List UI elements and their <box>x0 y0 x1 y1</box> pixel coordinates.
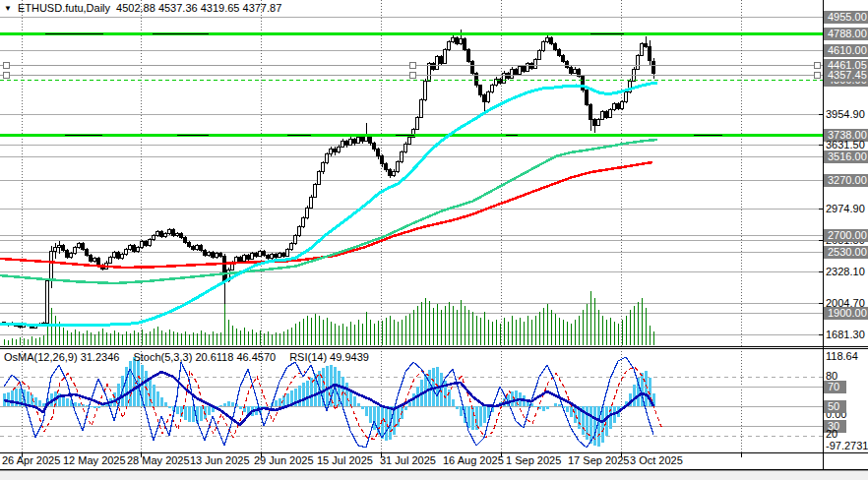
candle-body <box>141 242 144 248</box>
candle-body <box>314 184 317 197</box>
candle-body <box>550 38 553 44</box>
candle-body <box>66 250 69 257</box>
candle-body <box>345 141 348 145</box>
candle-body <box>117 252 120 258</box>
candle-body <box>483 95 486 102</box>
candle-body <box>153 236 155 240</box>
date-label: 3 Oct 2025 <box>630 454 683 466</box>
candle-body <box>219 253 222 256</box>
price-label: 2328.10 <box>826 266 865 278</box>
candle-body <box>294 236 297 244</box>
window-bottom-strip <box>0 470 868 480</box>
candle-body <box>373 143 376 149</box>
candle-body <box>416 118 419 130</box>
candle-body <box>491 86 494 92</box>
candle-body <box>70 253 73 257</box>
candle-body <box>338 147 341 152</box>
date-label: 13 Jun 2025 <box>190 454 250 466</box>
line-handle[interactable] <box>814 72 820 78</box>
candle-body <box>90 255 93 261</box>
candle-body <box>452 38 455 42</box>
candle-body <box>239 257 242 261</box>
date-label: 16 Aug 2025 <box>443 454 504 466</box>
line-handle[interactable] <box>3 72 9 78</box>
candle-body <box>267 255 270 258</box>
candle-body <box>78 244 81 248</box>
candle-body <box>255 253 258 256</box>
candle-body <box>62 246 65 251</box>
candle-body <box>625 92 628 102</box>
candle-body <box>523 66 526 71</box>
stoch-label: Stoch(5,3,3) 20.6118 46.4570 <box>133 351 276 363</box>
candle-body <box>471 61 474 73</box>
candle-body <box>428 63 431 81</box>
price-label: 4610.00 <box>824 44 868 57</box>
rsi-label: RSI(14) 49.9439 <box>289 351 369 363</box>
candle-body <box>330 149 333 154</box>
chart-canvas[interactable] <box>0 0 868 480</box>
candle-body <box>381 156 384 164</box>
price-label: 4955.00 <box>824 11 868 24</box>
candle-body <box>243 255 246 261</box>
candle-body <box>582 76 585 90</box>
candle-body <box>546 38 549 42</box>
candle-body <box>601 112 604 120</box>
candle-body <box>589 105 592 120</box>
candle-body <box>385 164 388 170</box>
indicator-header: OsMA(12,26,9) 31.2346 Stoch(5,3,3) 20.61… <box>4 351 369 363</box>
candle-body <box>172 230 175 236</box>
candle-body <box>82 244 85 250</box>
candle-body <box>188 243 191 247</box>
line-handle[interactable] <box>3 62 9 68</box>
candle-body <box>145 242 148 246</box>
line-handle[interactable] <box>814 62 820 68</box>
ohlc-values: 4502.88 4537.36 4319.65 4377.87 <box>116 2 281 14</box>
symbol-dropdown-icon[interactable]: ▼ <box>4 3 12 14</box>
candle-body <box>597 119 600 125</box>
candle-body <box>515 69 518 74</box>
candle-body <box>404 144 407 152</box>
candle-body <box>275 254 278 257</box>
candle-body <box>121 254 124 258</box>
candle-body <box>184 238 187 243</box>
candle-body <box>542 42 545 51</box>
candle-body <box>593 119 596 125</box>
candle-body <box>271 254 274 258</box>
candle-body <box>621 102 624 109</box>
candle-body <box>298 227 301 236</box>
candle-body <box>617 104 620 109</box>
candle-body <box>176 234 179 236</box>
line-handle[interactable] <box>409 72 415 78</box>
candle-body <box>149 240 152 246</box>
candle-body <box>216 253 218 257</box>
candle-body <box>511 69 514 78</box>
candle-body <box>180 234 183 238</box>
candle-body <box>54 247 57 251</box>
candle-body <box>652 61 655 73</box>
candle-body <box>58 246 61 248</box>
candle-body <box>444 50 447 64</box>
candle-body <box>389 170 392 176</box>
candle-body <box>263 251 266 255</box>
date-label: 31 Jul 2025 <box>380 454 436 466</box>
candle-body <box>168 230 171 234</box>
date-label: 17 Sep 2025 <box>568 454 629 466</box>
candle-body <box>93 258 96 261</box>
candle-body <box>534 59 537 68</box>
candle-body <box>554 44 557 50</box>
price-axis[interactable]: 4955.004788.004610.004306.004461.054357.… <box>824 0 868 452</box>
candle-body <box>562 55 565 61</box>
date-axis[interactable]: 26 Apr 202512 May 202528 May 202513 Jun … <box>0 454 868 469</box>
date-label: 28 May 2025 <box>127 454 190 466</box>
candle-body <box>645 44 648 47</box>
line-handle[interactable] <box>409 62 415 68</box>
price-label: 4788.00 <box>824 28 868 40</box>
candle-body <box>570 67 573 73</box>
candle-body <box>487 92 490 102</box>
candle-body <box>164 234 167 237</box>
candle-body <box>361 137 364 141</box>
candle-body <box>377 149 380 156</box>
candle-body <box>279 253 281 257</box>
candle-body <box>160 232 163 237</box>
candle-body <box>86 249 89 255</box>
